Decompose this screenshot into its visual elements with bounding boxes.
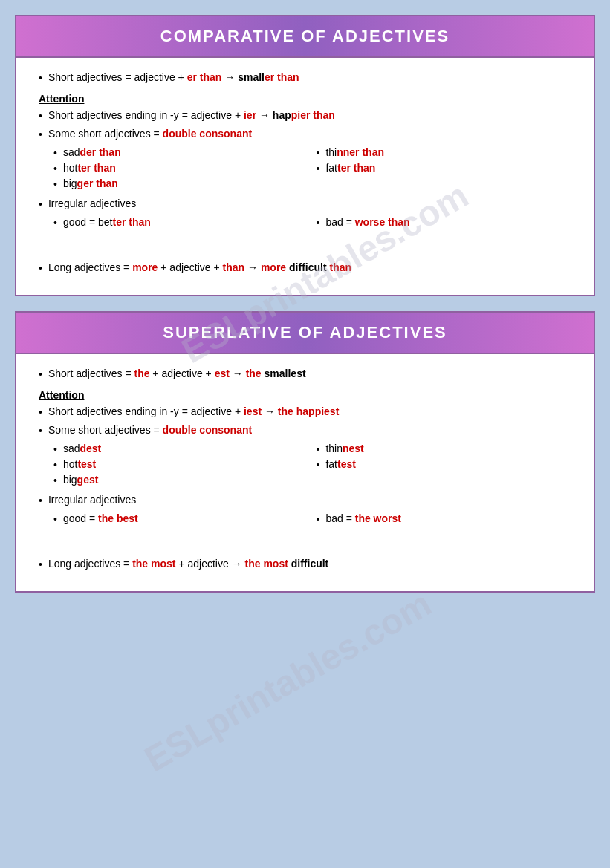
sup-rule2: • Short adjectives ending in -y = adject…	[31, 405, 579, 418]
sup-spacer1	[31, 531, 579, 546]
superlative-section: SUPERLATIVE OF ADJECTIVES • Short adject…	[15, 311, 595, 593]
sup-bullet-long: •	[39, 558, 42, 570]
comp-rule4: • Irregular adjectives	[31, 198, 579, 210]
comparative-body: • Short adjectives = adjective + er than…	[15, 56, 595, 296]
superlative-body: • Short adjectives = the + adjective + e…	[15, 353, 595, 593]
comp-bigger-bold: ger than	[77, 177, 118, 189]
sup-bullet-hot: •	[53, 459, 57, 471]
sup-biggest-bold: gest	[77, 474, 99, 486]
sup-bullet-sad: •	[53, 443, 57, 455]
sup-thinnest-bold: nest	[343, 443, 364, 454]
comp-happier: happier than	[273, 109, 335, 121]
comparative-section: COMPARATIVE OF ADJECTIVES • Short adject…	[15, 15, 595, 296]
sup-rule1: • Short adjectives = the + adjective + e…	[31, 368, 579, 380]
comp-hotter: • hotter than	[53, 162, 317, 174]
bullet-sad: •	[53, 147, 57, 159]
comp-rule4-text: Irregular adjectives	[48, 198, 136, 209]
comp-thinner: • thinner than	[317, 146, 580, 159]
bullet-hot: •	[53, 163, 57, 174]
bullet3: •	[39, 128, 42, 140]
sup-doubles-grid: • saddest • thinnest • hottest • fattest…	[53, 443, 579, 489]
comp-more: more	[132, 261, 158, 273]
sup-bullet3: •	[39, 425, 42, 437]
spacer1	[31, 235, 579, 249]
bullet-fat: •	[317, 163, 320, 174]
sup-best-bold: the best	[98, 512, 138, 524]
sup-biggest-text: biggest	[63, 474, 98, 486]
sup-fattest-text: fattest	[325, 458, 355, 470]
sup-the-most: the most	[132, 558, 175, 570]
sup-bullet1: •	[39, 368, 42, 380]
comp-er-than-bold: er than	[265, 71, 299, 83]
comp-thinner-bold: nner than	[337, 146, 384, 158]
sup-difficult: difficult	[291, 558, 329, 570]
sup-rule1-text: Short adjectives = the + adjective + est…	[48, 368, 306, 379]
comp-rule1: • Short adjectives = adjective + er than…	[31, 71, 579, 84]
comp-worse-bold: worse than	[355, 216, 410, 228]
comp-than: than	[223, 261, 245, 273]
comp-worse-text: bad = worse than	[325, 216, 409, 228]
comp-difficult: difficult	[289, 261, 327, 273]
bullet-good: •	[53, 217, 57, 229]
sup-fattest-bold: test	[337, 458, 356, 470]
sup-long-adj-text: Long adjectives = the most + adjective →…	[48, 558, 328, 570]
page: ESLprintables.com ESLprintables.com COMP…	[15, 15, 595, 593]
comp-bigger: • bigger than	[53, 177, 317, 190]
comp-pier-than: pier than	[291, 109, 335, 121]
comp-attention: Attention	[39, 93, 579, 105]
comp-better: • good = better than	[53, 216, 317, 229]
sup-smallest: smallest	[262, 368, 306, 379]
comparative-title: COMPARATIVE OF ADJECTIVES	[31, 27, 579, 46]
comp-rule2-text: Short adjectives ending in -y = adjectiv…	[48, 109, 335, 121]
bullet4: •	[39, 198, 42, 210]
sup-rule3: • Some short adjectives = double consona…	[31, 424, 579, 437]
sup-irregular-grid: • good = the best • bad = the worst	[53, 512, 579, 528]
sup-bullet-thin: •	[317, 443, 320, 455]
sup-saddest-bold: dest	[80, 443, 101, 454]
comp-bigger-text: bigger than	[63, 177, 118, 189]
sup-attention: Attention	[39, 389, 579, 401]
sup-hottest: • hottest	[53, 458, 317, 471]
sup-bullet2: •	[39, 406, 42, 418]
sup-rule2-text: Short adjectives ending in -y = adjectiv…	[48, 405, 339, 417]
bullet2: •	[39, 110, 42, 122]
bullet: •	[39, 72, 42, 84]
comp-fatter-text: fatter than	[325, 162, 375, 174]
sup-the-most-result: the most	[245, 558, 288, 570]
sup-worst: • bad = the worst	[317, 512, 580, 525]
comp-long-adj: • Long adjectives = more + adjective + t…	[31, 261, 579, 274]
sup-best-text: good = the best	[63, 512, 138, 524]
bullet-thin: •	[317, 147, 320, 159]
bullet-big: •	[53, 178, 57, 190]
sup-biggest: • biggest	[53, 474, 317, 486]
comp-worse: • bad = worse than	[317, 216, 580, 229]
comp-sadder-bold: der than	[80, 146, 120, 158]
bullet-bad: •	[317, 217, 320, 229]
watermark-2: ESLprintables.com	[137, 583, 438, 780]
sup-long-adj: • Long adjectives = the most + adjective…	[31, 558, 579, 570]
comp-fatter: • fatter than	[317, 162, 580, 174]
comp-more-result: more	[261, 261, 286, 273]
comp-better-bold: ter than	[112, 216, 150, 228]
comp-sadder-text: sadder than	[63, 146, 121, 158]
sup-best: • good = the best	[53, 512, 317, 525]
arrow: →	[224, 71, 235, 83]
sup-double-consonant: double consonant	[163, 424, 253, 436]
sup-hottest-text: hottest	[63, 458, 96, 470]
comp-double-consonant: double consonant	[163, 128, 253, 140]
comp-hotter-text: hotter than	[63, 162, 116, 174]
comp-rule3-text: Some short adjectives = double consonant	[48, 128, 252, 140]
sup-rule4-text: Irregular adjectives	[48, 494, 136, 506]
sup-thinnest-text: thinnest	[325, 443, 363, 454]
sup-rule4: • Irregular adjectives	[31, 494, 579, 506]
sup-worst-bold: the worst	[355, 512, 401, 524]
comp-doubles-grid: • sadder than • thinner than • hotter th…	[53, 146, 579, 193]
sup-bullet-good: •	[53, 513, 57, 525]
comp-smaller: smaller than	[238, 71, 299, 83]
comp-hotter-bold: ter than	[77, 162, 115, 174]
sup-thinnest: • thinnest	[317, 443, 580, 455]
comp-thinner-text: thinner than	[325, 146, 384, 158]
sup-worst-text: bad = the worst	[325, 512, 401, 524]
comp-er-than: er than	[187, 71, 222, 83]
sup-piest: piest	[315, 405, 340, 417]
